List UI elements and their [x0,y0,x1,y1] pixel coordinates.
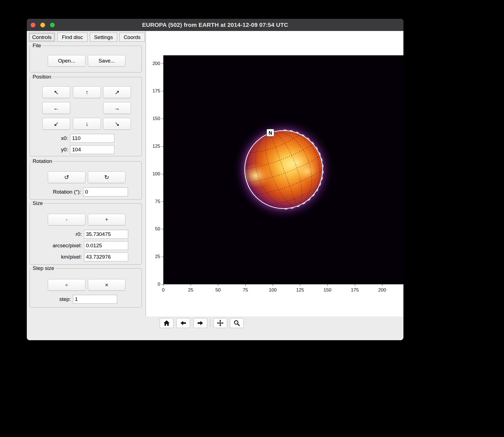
km-per-pixel-label: km/pixel: [30,253,82,261]
rotation-group: Rotation ↺ ↻ Rotation (°): [30,161,142,200]
x-tick-label: 100 [264,287,281,293]
y-tick-label: 150 [148,116,160,122]
x-tick [327,284,328,286]
north-pole-marker: N [267,129,274,137]
x-tick-label: 125 [292,287,308,293]
tab-find-disc[interactable]: Find disc [57,33,88,42]
home-button[interactable] [160,318,174,328]
arcsec-per-pixel-label: arcsec/pixel: [30,241,82,250]
size-group-label: Size [31,200,44,206]
x-tick-label: 25 [182,287,199,293]
r0-label: r0: [30,230,82,239]
rotation-label: Rotation (°): [30,188,81,196]
forward-button[interactable] [193,318,207,328]
size-plus-button[interactable]: + [88,214,125,225]
rotation-field[interactable] [83,188,128,196]
back-arrow-icon [180,319,187,327]
km-per-pixel-field[interactable] [84,253,128,261]
x-tick [245,284,246,286]
rotation-group-label: Rotation [31,158,54,164]
x-tick-label: 50 [210,287,226,293]
y-tick-label: 25 [148,254,160,260]
x-tick [382,284,382,286]
y0-field[interactable] [70,145,114,154]
x-tick-label: 150 [319,287,336,293]
step-field[interactable] [73,295,117,304]
nav-toolbar [27,316,403,340]
tab-coords[interactable]: Coords [119,33,145,42]
x-tick-label: 175 [347,287,363,293]
tab-controls[interactable]: Controls [29,33,55,42]
file-group: File Open... Save... [30,46,142,72]
step-size-group-label: Step size [31,265,56,271]
europa-image[interactable]: N [163,55,403,284]
figure-canvas[interactable]: 200 175 150 125 100 75 50 25 0 0 25 50 7… [146,31,403,316]
move-right-button[interactable]: → [103,102,131,114]
y-tick-label: 50 [148,226,160,232]
app-window: EUROPA (502) from EARTH at 2014-12-09 07… [27,19,403,340]
open-button[interactable]: Open... [48,55,85,67]
move-up-right-button[interactable]: ↗ [103,86,131,98]
y0-label: y0: [30,145,68,154]
x-tick-label: 0 [155,287,172,293]
y-tick-label: 175 [148,88,160,94]
forward-arrow-icon [197,319,204,327]
close-button[interactable] [31,23,35,27]
x-tick [163,284,164,286]
step-label: step: [30,295,71,304]
x-tick [218,284,218,286]
pan-button[interactable] [213,318,227,328]
zoom-button[interactable] [230,318,244,328]
x0-label: x0: [30,134,68,143]
step-size-group: Step size ÷ × step: [30,268,142,308]
y-tick-label: 75 [148,199,160,205]
x-tick [191,284,191,286]
move-up-left-button[interactable]: ↖ [42,86,70,98]
move-down-right-button[interactable]: ↘ [103,118,131,130]
y-tick-label: 200 [148,61,160,67]
move-up-button[interactable]: ↑ [73,86,101,98]
move-left-button[interactable]: ← [42,102,70,114]
back-button[interactable] [176,318,190,328]
x-tick [355,284,355,286]
move-down-left-button[interactable]: ↙ [42,118,70,130]
r0-field[interactable] [84,230,128,239]
tab-settings[interactable]: Settings [90,33,117,42]
position-group-label: Position [31,74,53,80]
titlebar: EUROPA (502) from EARTH at 2014-12-09 07… [27,19,403,31]
x-tick [273,284,273,286]
move-down-button[interactable]: ↓ [73,118,101,130]
window-title: EUROPA (502) from EARTH at 2014-12-09 07… [142,22,288,28]
position-group: Position ↖ ↑ ↗ ← → ↙ ↓ ↘ x0: y0: [30,77,142,156]
x-tick [300,284,300,286]
rotate-ccw-button[interactable]: ↺ [48,171,85,183]
minimize-button[interactable] [40,23,45,27]
home-icon [163,319,170,327]
toolbar-separator [210,319,210,327]
y-tick-label: 0 [148,281,160,287]
x-tick-label: 75 [237,287,254,293]
step-multiply-button[interactable]: × [88,279,125,291]
size-group: Size - + r0: arcsec/pixel: km/pixel: [30,203,142,265]
svg-text:N: N [269,130,272,136]
x0-field[interactable] [70,134,114,143]
y-tick-label: 125 [148,143,160,149]
europa-disc-rendering: N [163,55,403,284]
save-button[interactable]: Save... [88,55,125,67]
rotate-cw-button[interactable]: ↻ [88,171,125,183]
desktop-background: EUROPA (502) from EARTH at 2014-12-09 07… [0,0,504,437]
x-tick-label: 200 [374,287,390,293]
traffic-lights [31,19,55,31]
arcsec-per-pixel-field[interactable] [84,241,128,250]
y-tick-label: 100 [148,171,160,177]
magnifier-icon [233,319,240,327]
step-divide-button[interactable]: ÷ [48,279,85,291]
file-group-label: File [31,43,43,49]
size-minus-button[interactable]: - [48,214,85,225]
maximize-button[interactable] [50,23,55,27]
pan-icon [217,319,224,327]
